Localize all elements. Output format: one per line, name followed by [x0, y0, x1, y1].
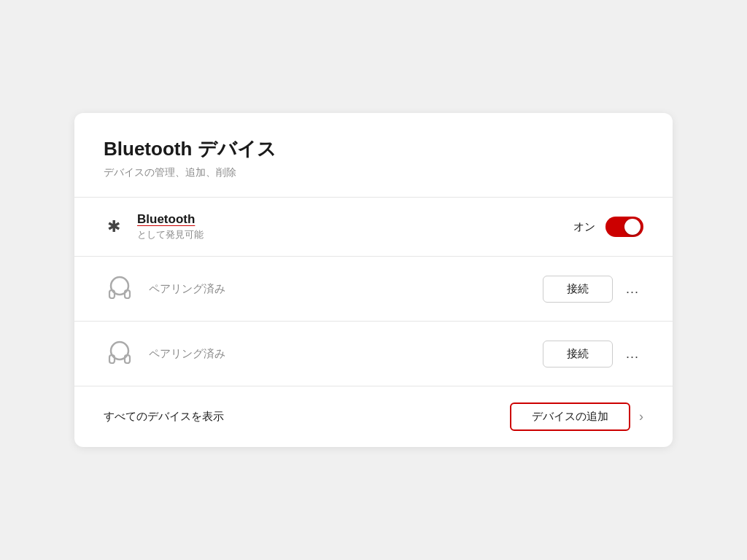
device-info-1: ペアリング済み	[149, 282, 225, 296]
svg-point-3	[111, 342, 128, 359]
bluetooth-toggle[interactable]	[605, 217, 643, 237]
page-title: Bluetooth デバイス	[104, 136, 643, 162]
device-info-2: ペアリング済み	[149, 347, 225, 361]
more-button-1[interactable]: ...	[622, 279, 643, 300]
bluetooth-icon: ✱	[104, 217, 124, 236]
bluetooth-label: Bluetooth	[137, 212, 204, 227]
bluetooth-label-group: Bluetooth として発見可能	[137, 212, 204, 241]
device-status-1: ペアリング済み	[149, 282, 225, 296]
connect-button-2[interactable]: 接続	[543, 341, 613, 368]
add-device-button[interactable]: デバイスの追加	[510, 402, 630, 431]
page-subtitle: デバイスの管理、追加、削除	[104, 166, 643, 179]
device-status-2: ペアリング済み	[149, 347, 225, 361]
chevron-right-icon[interactable]: ›	[639, 409, 643, 424]
svg-point-0	[111, 277, 128, 295]
header-section: Bluetooth デバイス デバイスの管理、追加、削除	[74, 113, 673, 198]
settings-card: Bluetooth デバイス デバイスの管理、追加、削除 ✱ Bluetooth…	[74, 113, 673, 447]
device-row-2: ペアリング済み 接続 ...	[74, 322, 673, 386]
headphone-icon-2	[104, 338, 136, 370]
bluetooth-row-right: オン	[573, 217, 643, 237]
device-row-right-2: 接続 ...	[543, 341, 643, 368]
footer-row-right: デバイスの追加 ›	[510, 402, 643, 431]
connect-button-1[interactable]: 接続	[543, 276, 613, 303]
bluetooth-discoverable-text: として発見可能	[137, 228, 204, 241]
toggle-knob	[624, 219, 640, 235]
device-row-right-1: 接続 ...	[543, 276, 643, 303]
footer-row: すべてのデバイスを表示 デバイスの追加 ›	[74, 386, 673, 447]
show-all-label: すべてのデバイスを表示	[104, 410, 224, 424]
bluetooth-on-label: オン	[573, 220, 595, 234]
device-row-1: ペアリング済み 接続 ...	[74, 257, 673, 322]
more-button-2[interactable]: ...	[622, 343, 643, 365]
bluetooth-toggle-row: ✱ Bluetooth として発見可能 オン	[74, 198, 673, 257]
headphone-icon-1	[104, 273, 136, 305]
